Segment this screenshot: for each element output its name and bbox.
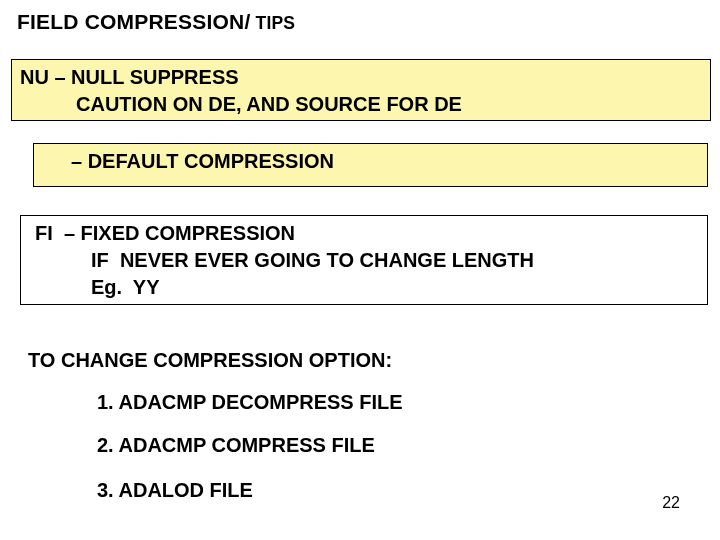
page-number: 22 xyxy=(662,494,680,512)
box1-line2: CAUTION ON DE, AND SOURCE FOR DE xyxy=(20,91,702,118)
step-1: 1. ADACMP DECOMPRESS FILE xyxy=(97,391,403,414)
title-small: TIPS xyxy=(250,13,295,33)
box1-line1: NU – NULL SUPPRESS xyxy=(20,64,702,91)
slide-title: FIELD COMPRESSION/ TIPS xyxy=(17,10,295,34)
slide: FIELD COMPRESSION/ TIPS NU – NULL SUPPRE… xyxy=(0,0,720,540)
change-heading: TO CHANGE COMPRESSION OPTION: xyxy=(28,349,392,372)
step-3: 3. ADALOD FILE xyxy=(97,479,253,502)
box-null-suppress: NU – NULL SUPPRESS CAUTION ON DE, AND SO… xyxy=(11,59,711,121)
box-default-compression: – DEFAULT COMPRESSION xyxy=(33,143,708,187)
box3-line3: Eg. YY xyxy=(29,274,699,301)
box3-line2: IF NEVER EVER GOING TO CHANGE LENGTH xyxy=(29,247,699,274)
step-2: 2. ADACMP COMPRESS FILE xyxy=(97,434,375,457)
title-main: FIELD COMPRESSION/ xyxy=(17,10,250,33)
box-fixed-compression: FI – FIXED COMPRESSION IF NEVER EVER GOI… xyxy=(20,215,708,305)
box2-line1: – DEFAULT COMPRESSION xyxy=(42,148,699,175)
box3-line1: FI – FIXED COMPRESSION xyxy=(29,220,699,247)
